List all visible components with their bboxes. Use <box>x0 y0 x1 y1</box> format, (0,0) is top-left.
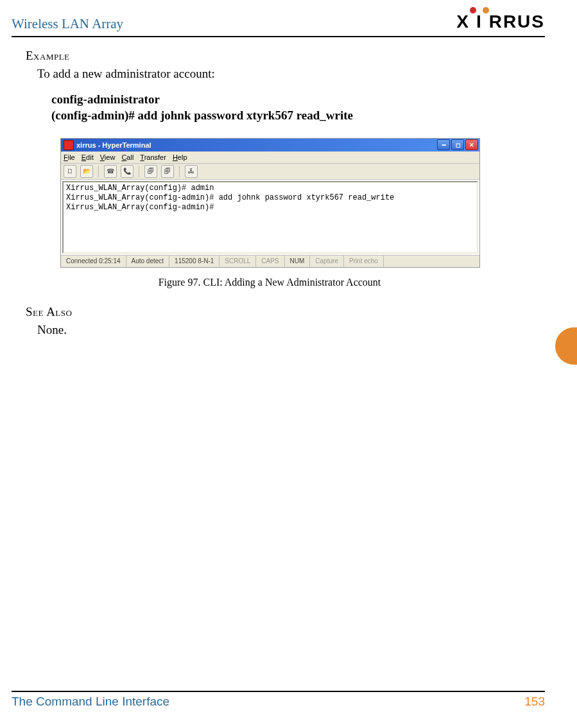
content-area: Example To add a new administrator accou… <box>12 37 545 338</box>
menu-call[interactable]: Call <box>121 153 133 161</box>
menu-edit[interactable]: Edit <box>82 153 94 161</box>
see-also-heading: See Also <box>26 305 545 319</box>
menu-view[interactable]: View <box>100 153 116 161</box>
separator-icon <box>139 166 139 177</box>
toolbar: 🗋 📂 ☎ 📞 🗐 🗐 🖧 <box>61 164 479 180</box>
command-block: config-administrator (config-admin)# add… <box>51 91 545 124</box>
window-titlebar: xirrus - HyperTerminal ━ ◻ ✕ <box>61 139 479 152</box>
minimize-button[interactable]: ━ <box>437 139 450 150</box>
command-line-2: (config-admin)# add johnk password xtyrk… <box>51 107 545 124</box>
separator-icon <box>98 166 99 177</box>
status-printecho: Print echo <box>344 256 384 267</box>
status-bar: Connected 0:25:14 Auto detect 115200 8-N… <box>61 255 479 267</box>
status-connected: Connected 0:25:14 <box>61 256 126 267</box>
call-icon[interactable]: ☎ <box>104 165 117 178</box>
example-intro: To add a new administrator account: <box>37 65 545 82</box>
logo-dot-red-icon <box>470 7 476 13</box>
header-title: Wireless LAN Array <box>12 16 123 32</box>
page-header: Wireless LAN Array X I RRUS <box>12 12 545 36</box>
status-scroll: SCROLL <box>220 256 256 267</box>
term-line-2: Xirrus_WLAN_Array(config-admin)# <box>66 203 214 212</box>
status-num: NUM <box>285 256 311 267</box>
menu-bar: File Edit View Call Transfer Help <box>61 152 479 164</box>
app-icon <box>64 140 74 150</box>
maximize-button[interactable]: ◻ <box>451 139 464 150</box>
status-capture: Capture <box>310 256 344 267</box>
terminal-output[interactable]: Xirrus_WLAN_Array(config)# admin Xirrus_… <box>62 181 478 254</box>
page-number: 153 <box>524 695 545 709</box>
separator-icon <box>179 166 180 177</box>
menu-transfer[interactable]: Transfer <box>140 153 166 161</box>
term-line-1: Xirrus_WLAN_Array(config-admin)# add joh… <box>66 193 394 202</box>
receive-icon[interactable]: 🗐 <box>161 165 174 178</box>
page: Wireless LAN Array X I RRUS Example To a… <box>0 0 577 728</box>
see-also-body: None. <box>37 322 545 338</box>
figure-97: xirrus - HyperTerminal ━ ◻ ✕ File Edit V… <box>60 138 545 268</box>
menu-help[interactable]: Help <box>173 153 187 161</box>
page-footer: The Command Line Interface 153 <box>12 691 545 709</box>
menu-file[interactable]: File <box>64 153 75 161</box>
new-icon[interactable]: 🗋 <box>64 165 76 178</box>
command-line-1: config-administrator <box>51 91 545 108</box>
figure-caption: Figure 97. CLI: Adding a New Administrat… <box>60 277 479 288</box>
footer-section: The Command Line Interface <box>12 695 169 709</box>
properties-icon[interactable]: 🖧 <box>185 165 198 178</box>
see-also-section: See Also None. <box>26 305 545 338</box>
status-autodetect: Auto detect <box>126 256 170 267</box>
open-icon[interactable]: 📂 <box>80 165 93 178</box>
send-icon[interactable]: 🗐 <box>144 165 157 178</box>
footer-rule <box>12 691 545 692</box>
window-title: xirrus - HyperTerminal <box>76 141 151 149</box>
status-caps: CAPS <box>256 256 284 267</box>
disconnect-icon[interactable]: 📞 <box>121 165 133 178</box>
status-baud: 115200 8-N-1 <box>169 256 220 267</box>
brand-logo: X I RRUS <box>456 12 545 32</box>
hyperterminal-window: xirrus - HyperTerminal ━ ◻ ✕ File Edit V… <box>60 138 480 268</box>
close-button[interactable]: ✕ <box>465 139 478 150</box>
logo-dot-orange-icon <box>483 7 489 13</box>
term-line-0: Xirrus_WLAN_Array(config)# admin <box>66 184 214 193</box>
example-heading: Example <box>26 49 545 63</box>
thumb-tab-icon <box>555 327 577 365</box>
